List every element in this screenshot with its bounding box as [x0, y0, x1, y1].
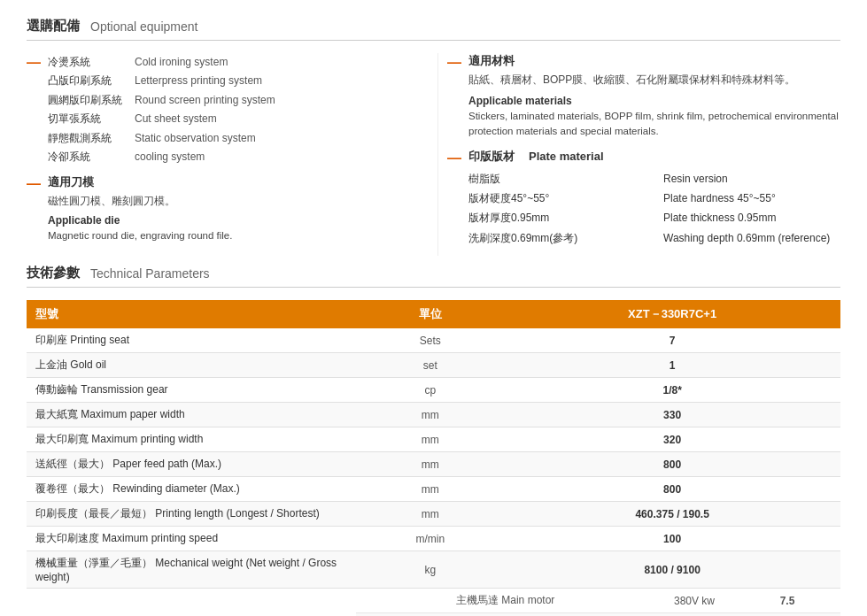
row-unit: mm [356, 477, 504, 502]
materials-group: — 適用材料 貼紙、積層材、BOPP膜、收縮膜、石化附屬環保材料和特殊材料等。 … [447, 53, 840, 140]
optional-en-title: Optional equipment [90, 19, 197, 34]
row-value: 460.375 / 190.5 [504, 502, 840, 527]
optional-equipment-section: 選購配備 Optional equipment — 冷燙系統 Cold iron… [27, 18, 840, 256]
row-value: 7 [504, 328, 840, 353]
sub-unit: 380V kw [654, 589, 734, 613]
row-value: 320 [504, 427, 840, 452]
optional-zh-title: 選購配備 [27, 18, 80, 35]
tech-table: 型號 單位 XZT－330R7C+1 印刷座 Printing seat Set… [27, 300, 840, 616]
row-unit: mm [356, 452, 504, 477]
row-unit: mm [356, 502, 504, 527]
col-model-header: 型號 [27, 300, 356, 328]
plate-zh-title: 印版版材 [468, 149, 515, 165]
table-row: 機械重量（淨重／毛重） Mechanical weight (Net weigh… [27, 551, 840, 589]
tech-params-section: 技術參數 Technical Parameters 型號 單位 XZT－330R… [27, 265, 840, 616]
row-value: 800 [504, 477, 840, 502]
table-row: 最大印刷寬 Maximum printing width mm 320 [27, 427, 840, 452]
eq-zh-3: 圓網版印刷系統 [48, 91, 122, 109]
sub-label: 主機馬達 Main motor [356, 589, 654, 613]
die-zh-desc: 磁性圓刀模、雕刻圓刀模。 [48, 194, 420, 209]
materials-en-desc: Stickers, laminated materials, BOPP film… [468, 109, 840, 140]
die-zh-title: 適用刀模 [48, 174, 420, 190]
row-label: 送紙徑（最大） Paper feed path (Max.) [27, 452, 356, 477]
dash-icon-die: — [27, 176, 41, 192]
materials-zh-desc: 貼紙、積層材、BOPP膜、收縮膜、石化附屬環保材料和特殊材料等。 [468, 73, 840, 88]
tech-title-bar: 技術參數 Technical Parameters [27, 265, 840, 288]
materials-zh-title: 適用材料 [468, 53, 840, 69]
row-unit: kg [356, 551, 504, 589]
equipment-list-content: 冷燙系統 Cold ironing system 凸版印刷系統 Letterpr… [48, 53, 420, 166]
materials-en-title: Applicable materials [468, 95, 840, 107]
optional-content: — 冷燙系統 Cold ironing system 凸版印刷系統 Letter… [27, 53, 840, 256]
row-label: 印刷座 Printing seat [27, 328, 356, 353]
plate-en-title: Plate material [529, 150, 604, 163]
row-value: 800 [504, 452, 840, 477]
eq-zh-5: 靜態觀測系統 [48, 129, 122, 147]
row-unit: cp [356, 378, 504, 403]
eq-en-6: cooling system [135, 148, 420, 166]
row-label: 覆卷徑（最大） Rewinding diameter (Max.) [27, 477, 356, 502]
plate-rows: 樹脂版 Resin version 版材硬度45°~55° Plate hard… [468, 170, 840, 248]
eq-zh-4: 切單張系統 [48, 110, 122, 127]
die-content: 適用刀模 磁性圓刀模、雕刻圓刀模。 Applicable die Magneti… [48, 174, 420, 243]
materials-content: 適用材料 貼紙、積層材、BOPP膜、收縮膜、石化附屬環保材料和特殊材料等。 Ap… [468, 53, 840, 140]
row-value: 100 [504, 527, 840, 551]
row-label: 最大印刷速度 Maximum printing speed [27, 527, 356, 551]
dash-icon-plate: — [447, 150, 461, 166]
row-unit: m/min [356, 527, 504, 551]
plate-zh-3: 版材厚度0.95mm [468, 209, 646, 227]
eq-en-1: Cold ironing system [135, 53, 420, 71]
plate-group: — 印版版材 Plate material 樹脂版 Resin version … [447, 149, 840, 248]
plate-content: 印版版材 Plate material 樹脂版 Resin version 版材… [468, 149, 840, 248]
plate-en-4: Washing depth 0.69mm (reference) [663, 229, 840, 247]
table-row: 覆卷徑（最大） Rewinding diameter (Max.) mm 800 [27, 477, 840, 502]
row-value: 330 [504, 403, 840, 427]
plate-zh-2: 版材硬度45°~55° [468, 189, 646, 207]
dash-icon: — [27, 55, 41, 71]
table-row: 主機馬達 Main motor 380V kw 7.5 [356, 589, 840, 613]
dash-icon-mat: — [447, 55, 461, 71]
tech-table-header: 型號 單位 XZT－330R7C+1 [27, 300, 840, 328]
row-label: 機械重量（淨重／毛重） Mechanical weight (Net weigh… [27, 551, 356, 589]
eq-zh-1: 冷燙系統 [48, 53, 122, 71]
eq-en-4: Cut sheet system [135, 110, 420, 127]
die-en-desc: Magnetic round die, engraving round file… [48, 228, 420, 243]
eq-en-3: Round screen printing system [135, 91, 420, 109]
sub-value: 7.5 [734, 589, 840, 613]
optional-equipment-title: 選購配備 Optional equipment [27, 18, 840, 41]
tech-en-title: Technical Parameters [90, 266, 210, 281]
row-sub-cell: 主機馬達 Main motor 380V kw 7.5 勻墨馬達(7個) Eve… [356, 589, 840, 616]
table-row: 送紙徑（最大） Paper feed path (Max.) mm 800 [27, 452, 840, 477]
col-value-header: XZT－330R7C+1 [504, 300, 840, 328]
row-unit: set [356, 353, 504, 378]
table-row: 耗電與馬達 Power consumption and motor 主機馬達 M… [27, 589, 840, 616]
tech-zh-title: 技術參數 [27, 265, 80, 281]
plate-zh-1: 樹脂版 [468, 170, 646, 188]
table-row: 印刷長度（最長／最短） Printing length (Longest / S… [27, 502, 840, 527]
eq-zh-6: 冷卻系統 [48, 148, 122, 166]
table-row: 最大紙寬 Maximum paper width mm 330 [27, 403, 840, 427]
eq-en-5: Static observation system [135, 129, 420, 147]
applicable-die-group: — 適用刀模 磁性圓刀模、雕刻圓刀模。 Applicable die Magne… [27, 174, 420, 243]
row-unit: mm [356, 427, 504, 452]
die-en-title: Applicable die [48, 214, 420, 227]
plate-en-3: Plate thickness 0.95mm [663, 209, 840, 227]
table-row: 最大印刷速度 Maximum printing speed m/min 100 [27, 527, 840, 551]
row-label: 上金油 Gold oil [27, 353, 356, 378]
row-value: 1/8* [504, 378, 840, 403]
sub-unit: w [654, 613, 734, 616]
row-label: 最大紙寬 Maximum paper width [27, 403, 356, 427]
sub-value: 1400 [734, 613, 840, 616]
plate-en-1: Resin version [663, 170, 840, 188]
plate-zh-4: 洗刷深度0.69mm(參考) [468, 229, 646, 247]
table-row: 上金油 Gold oil set 1 [27, 353, 840, 378]
tech-table-body: 印刷座 Printing seat Sets 7 上金油 Gold oil se… [27, 328, 840, 616]
row-label: 傳動齒輪 Transmission gear [27, 378, 356, 403]
row-value: 8100 / 9100 [504, 551, 840, 589]
sub-label: 勻墨馬達(7個) Evening motor (7) [356, 613, 654, 616]
table-row: 勻墨馬達(7個) Evening motor (7) w 1400 [356, 613, 840, 616]
row-unit: mm [356, 403, 504, 427]
plate-title-row: 印版版材 Plate material [468, 149, 840, 165]
row-label: 印刷長度（最長／最短） Printing length (Longest / S… [27, 502, 356, 527]
row-value: 1 [504, 353, 840, 378]
